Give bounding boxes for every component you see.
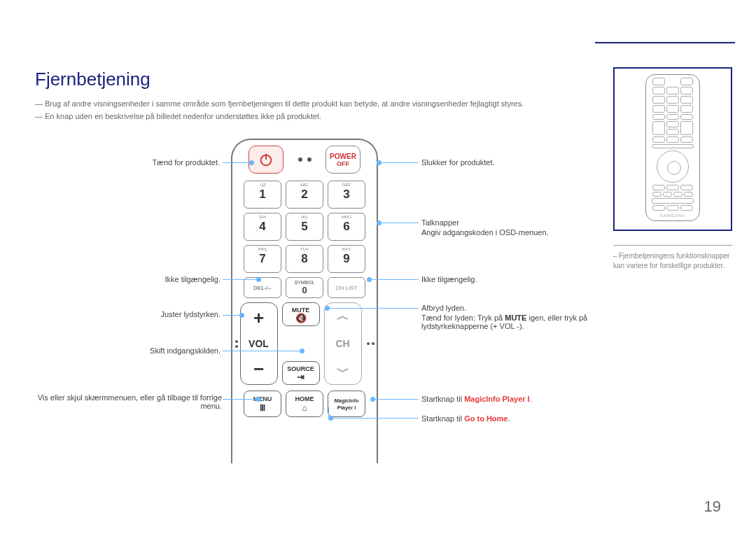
key-chlist: CH LIST	[328, 277, 365, 298]
dots-right	[367, 342, 374, 345]
side-panel: SAMSUNG –Fjernbetjeningens funktionsknap…	[613, 67, 732, 271]
ann-power-on: Tænd for produktet.	[129, 158, 220, 167]
side-caption: –Fjernbetjeningens funktionsknapper kan …	[613, 251, 732, 271]
key-9: WXY9	[328, 245, 365, 273]
key-1: .QZ1	[244, 181, 281, 209]
power-off-label: POWER	[330, 153, 356, 160]
header-rule	[595, 42, 735, 43]
ann-vol: Juster lydstyrken.	[136, 310, 220, 318]
mini-remote-frame: SAMSUNG	[613, 67, 732, 231]
vol-minus-icon: −	[253, 358, 264, 380]
key-6: MNO6	[328, 213, 365, 241]
note-line-1: ―Brug af andre visningsenheder i samme o…	[35, 98, 524, 110]
note-1-text: Brug af andre visningsenheder i samme om…	[45, 99, 524, 108]
ann-mute-l1: Afbryd lyden.	[421, 304, 466, 312]
ann-power-off: Slukker for produktet.	[421, 158, 495, 167]
home-icon: ⌂	[302, 403, 307, 413]
magicinfo-button: MagicInfoPlayer I	[328, 391, 365, 417]
ann-menu: Vis eller skjul skærmmenuen, eller gå ti…	[36, 393, 222, 410]
key-7: PRS7	[244, 245, 281, 273]
page-title: Fjernbetjening	[35, 69, 150, 90]
vol-rocker: + VOL −	[240, 302, 278, 385]
menu-button: MENUⅢ	[244, 391, 281, 417]
key-5: JKL5	[286, 213, 323, 241]
power-on-button	[248, 146, 284, 174]
ch-down-icon: ﹀	[337, 363, 349, 380]
key-2: ABC2	[286, 181, 323, 209]
mini-dpad	[657, 150, 689, 183]
source-icon: ⇥	[297, 372, 304, 381]
remote-diagram: POWER OFF .QZ1ABC2DEF3 GHI4JKL5MNO6 PRS7…	[231, 139, 385, 463]
ir-leds	[288, 157, 321, 162]
mini-brand: SAMSUNG	[649, 213, 696, 218]
key-8: TUV8	[286, 245, 323, 273]
ann-mute-l2: Tænd for lyden: Tryk på MUTE igen, eller…	[421, 314, 589, 330]
side-rule	[613, 245, 732, 246]
vol-label: VOL	[248, 338, 269, 349]
menu-icon: Ⅲ	[260, 403, 265, 413]
source-button: SOURCE⇥	[282, 361, 320, 385]
mute-button: MUTE🔇	[282, 302, 320, 326]
ann-na-right: Ikke tilgængelig.	[421, 275, 477, 283]
dots-left	[235, 340, 238, 348]
ann-num-l2: Angiv adgangskoden i OSD-menuen.	[421, 228, 549, 237]
ann-magic: Startknap til MagicInfo Player I.	[421, 395, 532, 403]
mini-remote: SAMSUNG	[645, 74, 700, 221]
power-off-button: POWER OFF	[326, 146, 360, 174]
ann-home: Startknap til Go to Home.	[421, 414, 510, 423]
note-2-text: En knap uden en beskrivelse på billedet …	[45, 112, 321, 120]
ann-num-l1: Talknapper	[421, 218, 459, 227]
key-4: GHI4	[244, 213, 281, 241]
ann-na-left: Ikke tilgængelig.	[154, 275, 220, 283]
page-number: 19	[704, 498, 721, 516]
key-3: DEF3	[328, 181, 365, 209]
key-del: DEL-/--	[244, 277, 281, 298]
ch-label: CH	[335, 338, 349, 349]
note-line-2: ―En knap uden en beskrivelse på billedet…	[35, 111, 321, 122]
power-icon	[258, 152, 274, 167]
ann-source: Skift indgangskilden.	[130, 346, 220, 355]
power-off-sub: OFF	[337, 160, 349, 167]
key-symbol-0: SYMBOL0	[286, 277, 323, 298]
ch-rocker: ︿ CH ﹀	[324, 302, 362, 385]
ch-up-icon: ︿	[337, 307, 349, 324]
mute-icon: 🔇	[295, 314, 307, 323]
vol-plus-icon: +	[253, 307, 264, 329]
home-button: HOME⌂	[286, 391, 323, 417]
